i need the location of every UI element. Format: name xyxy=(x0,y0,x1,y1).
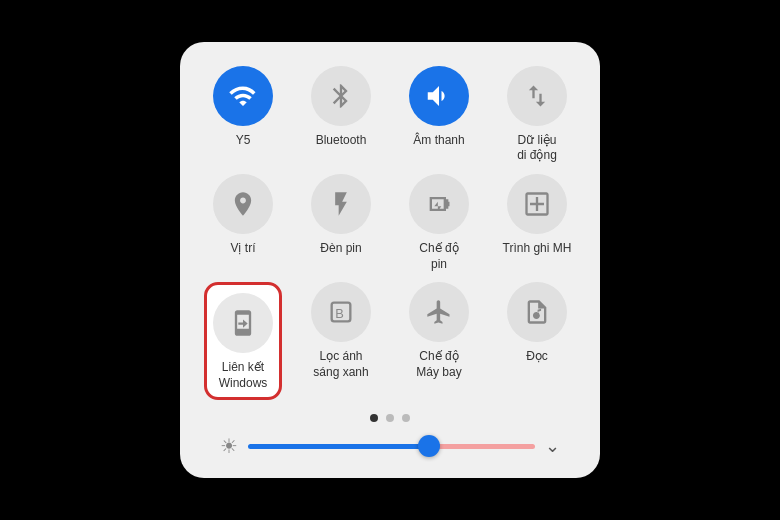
tile-battery-saver[interactable]: Chế độpin xyxy=(394,174,484,272)
blue-light-icon: B xyxy=(311,282,371,342)
pagination-dots xyxy=(370,414,410,422)
link-windows-icon xyxy=(213,293,273,353)
chevron-down-icon[interactable]: ⌄ xyxy=(545,435,560,457)
tile-wifi[interactable]: Y5 xyxy=(198,66,288,164)
screen-recorder-icon xyxy=(507,174,567,234)
sound-label: Âm thanh xyxy=(413,133,464,149)
row-1: Y5 Bluetooth Âm thanh xyxy=(198,66,582,401)
brightness-slider[interactable] xyxy=(248,444,535,449)
quick-settings-panel: Y5 Bluetooth Âm thanh xyxy=(180,42,600,479)
battery-saver-label: Chế độpin xyxy=(419,241,458,272)
doc-label: Đọc xyxy=(526,349,548,365)
airplane-icon xyxy=(409,282,469,342)
flashlight-icon xyxy=(311,174,371,234)
bluetooth-icon xyxy=(311,66,371,126)
tile-sound[interactable]: Âm thanh xyxy=(394,66,484,164)
data-icon xyxy=(507,66,567,126)
link-windows-label: Liên kếtWindows xyxy=(219,360,268,391)
tile-flashlight[interactable]: Đèn pin xyxy=(296,174,386,272)
flashlight-label: Đèn pin xyxy=(320,241,361,257)
bluetooth-label: Bluetooth xyxy=(316,133,367,149)
blue-light-label: Lọc ánhsáng xanh xyxy=(313,349,368,380)
brightness-icon: ☀ xyxy=(220,434,238,458)
wifi-label: Y5 xyxy=(236,133,251,149)
sound-icon xyxy=(409,66,469,126)
svg-text:B: B xyxy=(335,306,344,321)
brightness-thumb[interactable] xyxy=(418,435,440,457)
dot-1 xyxy=(370,414,378,422)
data-label: Dữ liệudi động xyxy=(517,133,557,164)
tile-doc[interactable]: Đọc xyxy=(492,282,582,400)
dot-3 xyxy=(402,414,410,422)
tile-bluetooth[interactable]: Bluetooth xyxy=(296,66,386,164)
tile-screen-recorder[interactable]: Trình ghi MH xyxy=(492,174,582,272)
tile-link-windows[interactable]: Liên kếtWindows xyxy=(198,282,288,400)
tile-blue-light[interactable]: B Lọc ánhsáng xanh xyxy=(296,282,386,400)
screen-recorder-label: Trình ghi MH xyxy=(503,241,572,257)
dot-2 xyxy=(386,414,394,422)
wifi-icon xyxy=(213,66,273,126)
tile-data[interactable]: Dữ liệudi động xyxy=(492,66,582,164)
tile-location[interactable]: Vị trí xyxy=(198,174,288,272)
airplane-label: Chế độMáy bay xyxy=(416,349,461,380)
location-label: Vị trí xyxy=(230,241,255,257)
tile-airplane[interactable]: Chế độMáy bay xyxy=(394,282,484,400)
brightness-row: ☀ ⌄ xyxy=(220,434,560,458)
doc-icon xyxy=(507,282,567,342)
battery-saver-icon xyxy=(409,174,469,234)
location-icon xyxy=(213,174,273,234)
